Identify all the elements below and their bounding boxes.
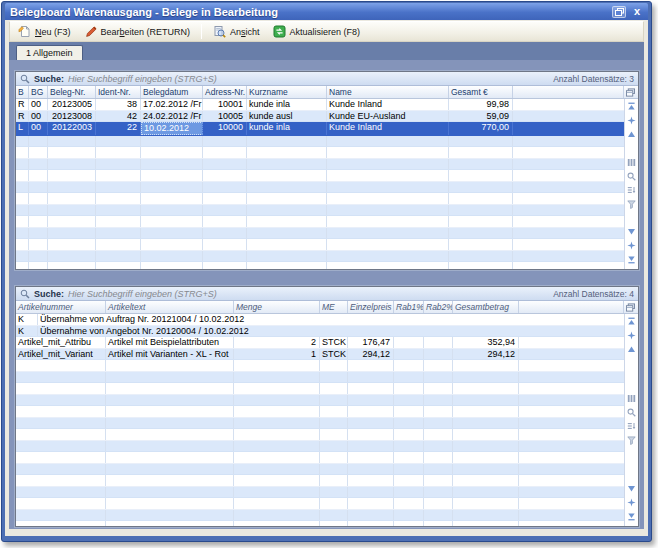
view-button[interactable]: Ansicht [207, 23, 266, 40]
column-chooser-icon[interactable] [624, 86, 638, 98]
document-row[interactable]: R00201230084224.02.2012 /Fr10005kunde au… [16, 111, 624, 123]
title-bar[interactable]: Belegboard Warenausgang - Belege in Bear… [5, 3, 648, 20]
column-header-name[interactable]: Name [327, 86, 449, 98]
positions-search-bar[interactable]: Suche: Hier Suchbegriff eingeben (STRG+S… [16, 287, 638, 301]
row-down-icon[interactable] [627, 227, 637, 236]
cell-gesamt [449, 170, 513, 181]
filter-icon[interactable] [627, 200, 637, 209]
new-button[interactable]: Neu (F3) [12, 23, 77, 40]
document-empty-row [16, 170, 624, 182]
cell-kurzname [247, 239, 327, 250]
tab-allgemein[interactable]: 1 Allgemein [16, 45, 83, 60]
cell-menge [234, 521, 320, 526]
go-last-icon[interactable] [627, 255, 637, 264]
filter-icon[interactable] [627, 436, 637, 445]
row-down-icon[interactable] [627, 484, 637, 493]
column-header-gesamtbetrag[interactable]: Gesamtbetrag [453, 301, 519, 313]
column-header-beleg-nr[interactable]: Beleg-Nr. [48, 86, 96, 98]
page-up-icon[interactable] [627, 116, 637, 125]
cell-gesamt [449, 159, 513, 170]
column-header-b[interactable]: B [16, 86, 29, 98]
position-row[interactable]: KÜbernahme von Angebot Nr. 20120004 / 10… [16, 326, 624, 338]
cell-belegdatum [141, 170, 203, 181]
edit-button[interactable]: Bearbeiten (RETURN) [78, 23, 197, 40]
column-header-rab2[interactable]: Rab2% [424, 301, 453, 313]
cell-belegdatum [141, 228, 203, 239]
cell-me [320, 464, 348, 475]
page-down-icon[interactable] [627, 498, 637, 507]
row-up-icon[interactable] [627, 130, 637, 139]
sort-icon[interactable] [627, 186, 637, 195]
column-header-kurzname[interactable]: Kurzname [247, 86, 327, 98]
go-last-icon[interactable] [627, 512, 637, 521]
cell-artikelnummer [16, 406, 106, 417]
column-header-artikeltext[interactable]: Artikeltext [106, 301, 234, 313]
cell-rab2 [424, 383, 453, 394]
cell-belegdatum [141, 239, 203, 250]
cell-menge [234, 510, 320, 521]
refresh-button[interactable]: Aktualisieren (F8) [267, 23, 367, 40]
cell-kurzname [247, 159, 327, 170]
cell-name [327, 228, 449, 239]
cell-me [320, 475, 348, 486]
cell-einzelpreis [348, 383, 394, 394]
cell-ident-nr [96, 182, 141, 193]
search-icon[interactable] [627, 408, 637, 417]
documents-search-bar[interactable]: Suche: Hier Suchbegriff eingeben (STRG+S… [16, 72, 638, 86]
cell-me [320, 510, 348, 521]
cell-belegdatum [141, 205, 203, 216]
cell-b [16, 262, 29, 269]
document-empty-row [16, 239, 624, 251]
cell-bg: 00 [29, 122, 48, 135]
cell-filler [519, 372, 624, 383]
row-up-icon[interactable] [627, 345, 637, 354]
position-empty-row [16, 441, 624, 453]
columns-icon[interactable] [627, 394, 637, 403]
column-header-me[interactable]: ME [320, 301, 348, 313]
column-header-ident-nr[interactable]: Ident-Nr. [96, 86, 141, 98]
cell-artikeltext [106, 360, 234, 371]
column-header-adress-nr[interactable]: Adress-Nr. [203, 86, 247, 98]
position-empty-row [16, 487, 624, 499]
search-icon[interactable] [627, 172, 637, 181]
restore-icon[interactable] [612, 6, 626, 18]
column-header-belegdatum[interactable]: Belegdatum [141, 86, 203, 98]
cell-name [327, 136, 449, 147]
cell-belegdatum: 17.02.2012 /Fr [141, 99, 203, 110]
position-empty-row [16, 429, 624, 441]
go-first-icon[interactable] [627, 317, 637, 326]
record-count: Anzahl Datensätze: 4 [553, 289, 634, 299]
column-header-gesamt[interactable]: Gesamt € [449, 86, 513, 98]
column-header-rab1[interactable]: Rab1% [394, 301, 424, 313]
cell-bg [29, 182, 48, 193]
document-row[interactable]: L00201220032210.02.201210000kunde inlaKu… [16, 122, 624, 136]
cell-artikeltext [106, 406, 234, 417]
column-header-menge[interactable]: Menge [234, 301, 320, 313]
position-row[interactable]: KÜbernahme von Auftrag Nr. 20121004 / 10… [16, 314, 624, 326]
cell-beleg-nr [48, 262, 96, 269]
cell-filler [513, 122, 624, 135]
window-title: Belegboard Warenausgang - Belege in Bear… [10, 6, 278, 18]
column-header-einzelpreis[interactable]: Einzelpreis [348, 301, 394, 313]
cell-rab1 [394, 498, 424, 509]
column-header-bg[interactable]: BG [29, 86, 48, 98]
columns-icon[interactable] [627, 158, 637, 167]
cell-beleg-nr [48, 193, 96, 204]
column-header-artikelnummer[interactable]: Artikelnummer [16, 301, 106, 313]
cell-filler [519, 452, 624, 463]
document-row[interactable]: R00201230053817.02.2012 /Fr10001kunde in… [16, 99, 624, 111]
position-row[interactable]: Artikel_mit_VariantArtikel mit Varianten… [16, 349, 624, 361]
cell-rab1 [394, 372, 424, 383]
cell-gesamtbetrag [453, 395, 519, 406]
column-chooser-icon[interactable] [624, 301, 638, 313]
page-down-icon[interactable] [627, 241, 637, 250]
position-row[interactable]: Artikel_mit_AttribuArtikel mit Beispiela… [16, 337, 624, 349]
cell-adress-nr: 10000 [203, 122, 247, 135]
cell-rab2 [424, 475, 453, 486]
sort-icon[interactable] [627, 422, 637, 431]
close-icon[interactable]: x [631, 6, 643, 18]
go-first-icon[interactable] [627, 102, 637, 111]
cell-filler [513, 159, 624, 170]
page-up-icon[interactable] [627, 331, 637, 340]
cell-artikelnummer [16, 464, 106, 475]
